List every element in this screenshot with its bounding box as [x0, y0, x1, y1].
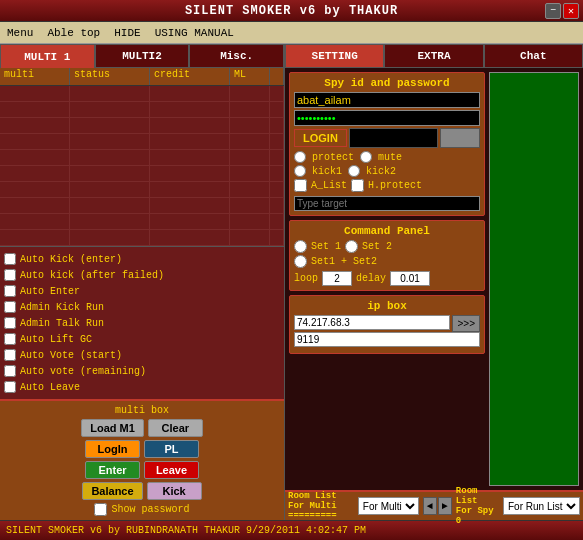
load-m1-button[interactable]: Load M1 — [81, 419, 144, 437]
tab-multi1[interactable]: MULTI 1 — [0, 44, 95, 68]
hprotect-checkbox[interactable] — [351, 179, 364, 192]
tab-chat[interactable]: Chat — [484, 44, 583, 68]
checkbox-autoliftgc-label: Auto Lift GC — [20, 334, 92, 345]
col-extra — [270, 68, 284, 85]
ip-address-input[interactable] — [294, 315, 450, 330]
checkbox-adminkickrun-input[interactable] — [4, 301, 16, 313]
spy-username-input[interactable] — [294, 92, 480, 108]
kick2-radio[interactable] — [348, 165, 360, 177]
close-button[interactable]: ✕ — [563, 3, 579, 19]
kick2-label: kick2 — [366, 166, 396, 177]
tab-extra[interactable]: EXTRA — [384, 44, 483, 68]
checkbox-autokick-enter-label: Auto Kick (enter) — [20, 254, 122, 265]
mute-label: mute — [378, 152, 402, 163]
protect-radio[interactable] — [294, 151, 306, 163]
show-password-label: Show password — [111, 504, 189, 515]
table-row — [0, 134, 284, 150]
show-password-checkbox[interactable] — [94, 503, 107, 516]
tab-multi2[interactable]: MULTI2 — [95, 44, 190, 68]
enter-button[interactable]: Enter — [85, 461, 140, 479]
checkbox-autoenter-label: Auto Enter — [20, 286, 80, 297]
kick1-radio[interactable] — [294, 165, 306, 177]
table-area: multi status credit ML — [0, 68, 284, 246]
checkbox-admintalkrun-input[interactable] — [4, 317, 16, 329]
pl-button[interactable]: PL — [144, 440, 199, 458]
login-btn[interactable]: LOGIN — [294, 129, 347, 147]
set1set2-row: Set1 + Set2 — [294, 255, 480, 268]
checkbox-autoleave-label: Auto Leave — [20, 382, 80, 393]
checkbox-autoenter: Auto Enter — [4, 283, 280, 299]
minimize-button[interactable]: − — [545, 3, 561, 19]
set1set2-radio[interactable] — [294, 255, 307, 268]
menu-item-manual[interactable]: USING MANUAL — [152, 26, 237, 40]
leave-button[interactable]: Leave — [144, 461, 199, 479]
col-multi: multi — [0, 68, 70, 85]
checkbox-autokick-enter-input[interactable] — [4, 253, 16, 265]
spy-panel-title: Spy id and password — [294, 77, 480, 89]
checkbox-autovotestart-input[interactable] — [4, 349, 16, 361]
set2-radio[interactable] — [345, 240, 358, 253]
table-row — [0, 182, 284, 198]
multi-box-row4: Balance Kick — [4, 482, 280, 500]
menu-item-hide[interactable]: HIDE — [111, 26, 143, 40]
menu-item-menu[interactable]: Menu — [4, 26, 36, 40]
delay-label: delay — [356, 273, 386, 284]
room-nav-right-button[interactable]: ► — [438, 497, 452, 515]
app-title: SILENT SMOKER v6 by THAKUR — [185, 4, 398, 18]
checkbox-admintalkrun-label: Admin Talk Run — [20, 318, 104, 329]
checkbox-autoliftgc-input[interactable] — [4, 333, 16, 345]
login-button[interactable]: LogIn — [85, 440, 140, 458]
tab-misc[interactable]: Misc. — [189, 44, 284, 68]
ip-send-button[interactable]: >>> — [452, 315, 480, 332]
spy-password-input[interactable] — [294, 110, 480, 126]
right-panel: SETTING EXTRA Chat Spy id and password L… — [285, 44, 583, 520]
ip-box-panel: ip box >>> — [289, 295, 485, 354]
delay-input[interactable] — [390, 271, 430, 286]
checkbox-autoleave-input[interactable] — [4, 381, 16, 393]
checkbox-autovoteremain-input[interactable] — [4, 365, 16, 377]
ip-input-row: >>> — [294, 315, 480, 332]
col-credit: credit — [150, 68, 230, 85]
col-status: status — [70, 68, 150, 85]
login-row: LOGIN — [294, 128, 480, 148]
right-tab-bar: SETTING EXTRA Chat — [285, 44, 583, 68]
multi-box-label: multi box — [4, 405, 280, 416]
green-area — [489, 72, 579, 486]
port-input[interactable] — [294, 332, 480, 347]
table-row — [0, 118, 284, 134]
type-target-input[interactable] — [294, 196, 480, 211]
kick1-label: kick1 — [312, 166, 342, 177]
balance-button[interactable]: Balance — [82, 482, 142, 500]
room-list: Room List For Multi ========= For Multi … — [285, 490, 583, 520]
for-multi-select[interactable]: For Multi — [358, 497, 419, 515]
login-extra-field[interactable] — [349, 128, 438, 148]
kick-button[interactable]: Kick — [147, 482, 202, 500]
set2-label: Set 2 — [362, 241, 392, 252]
set1-radio[interactable] — [294, 240, 307, 253]
spy-panel: Spy id and password LOGIN protect mute — [289, 72, 485, 216]
alist-checkbox[interactable] — [294, 179, 307, 192]
checkbox-autoenter-input[interactable] — [4, 285, 16, 297]
menu-bar: Menu Able top HIDE USING MANUAL — [0, 22, 583, 44]
table-row — [0, 102, 284, 118]
room-nav-left-button[interactable]: ◄ — [423, 497, 437, 515]
checkbox-admintalkrun: Admin Talk Run — [4, 315, 280, 331]
for-run-list-select[interactable]: For Run List — [503, 497, 580, 515]
menu-item-abletop[interactable]: Able top — [44, 26, 103, 40]
mute-radio[interactable] — [360, 151, 372, 163]
room-list-left-label: Room List For Multi ========= — [288, 491, 354, 521]
table-header: multi status credit ML — [0, 68, 284, 86]
login-extra-btn[interactable] — [440, 128, 480, 148]
clear-button[interactable]: Clear — [148, 419, 203, 437]
checkbox-autokick-failed-label: Auto kick (after failed) — [20, 270, 164, 281]
loop-input[interactable] — [322, 271, 352, 286]
multi-box-row1: Load M1 Clear — [4, 419, 280, 437]
checkbox-autokick-failed-input[interactable] — [4, 269, 16, 281]
hprotect-label: H.protect — [368, 180, 422, 191]
table-row — [0, 166, 284, 182]
multi-box: multi box Load M1 Clear LogIn PL Enter L… — [0, 399, 284, 520]
table-row — [0, 150, 284, 166]
tab-setting[interactable]: SETTING — [285, 44, 384, 68]
set1-set2-row: Set 1 Set 2 — [294, 240, 480, 253]
command-panel-title: Command Panel — [294, 225, 480, 237]
